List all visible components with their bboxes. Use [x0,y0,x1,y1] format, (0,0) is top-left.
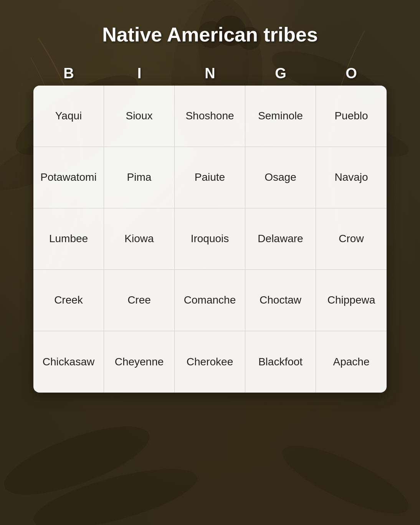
cell-r3-c4[interactable]: Delaware [245,208,316,270]
bingo-header: B I N G O [33,65,387,82]
cell-r2-c2[interactable]: Pima [104,147,175,208]
cell-r2-c1[interactable]: Potawatomi [33,147,104,208]
cell-r1-c3[interactable]: Shoshone [175,86,245,147]
cell-r4-c5[interactable]: Chippewa [316,270,387,331]
cell-r5-c5[interactable]: Apache [316,331,387,393]
page-content: Native American tribes B I N G O Yaqui S… [0,0,420,525]
cell-r2-c4[interactable]: Osage [245,147,316,208]
bingo-letter-b: B [33,65,104,82]
page-title: Native American tribes [102,23,318,46]
cell-r3-c2[interactable]: Kiowa [104,208,175,270]
cell-r1-c5[interactable]: Pueblo [316,86,387,147]
cell-r2-c3[interactable]: Paiute [175,147,245,208]
cell-r1-c1[interactable]: Yaqui [33,86,104,147]
bingo-card: Yaqui Sioux Shoshone Seminole Pueblo Pot… [33,86,387,393]
cell-r3-c5[interactable]: Crow [316,208,387,270]
cell-r3-c1[interactable]: Lumbee [33,208,104,270]
cell-r5-c1[interactable]: Chickasaw [33,331,104,393]
cell-r2-c5[interactable]: Navajo [316,147,387,208]
bingo-letter-g: G [245,65,316,82]
bingo-letter-i: I [104,65,175,82]
cell-r4-c3[interactable]: Comanche [175,270,245,331]
bingo-grid: Yaqui Sioux Shoshone Seminole Pueblo Pot… [33,86,387,393]
cell-r1-c4[interactable]: Seminole [245,86,316,147]
cell-r4-c4[interactable]: Choctaw [245,270,316,331]
bingo-letter-o: O [316,65,387,82]
bingo-letter-n: N [175,65,245,82]
cell-r5-c3[interactable]: Cherokee [175,331,245,393]
cell-r3-c3[interactable]: Iroquois [175,208,245,270]
cell-r5-c4[interactable]: Blackfoot [245,331,316,393]
cell-r4-c2[interactable]: Cree [104,270,175,331]
cell-r5-c2[interactable]: Cheyenne [104,331,175,393]
cell-r1-c2[interactable]: Sioux [104,86,175,147]
cell-r4-c1[interactable]: Creek [33,270,104,331]
